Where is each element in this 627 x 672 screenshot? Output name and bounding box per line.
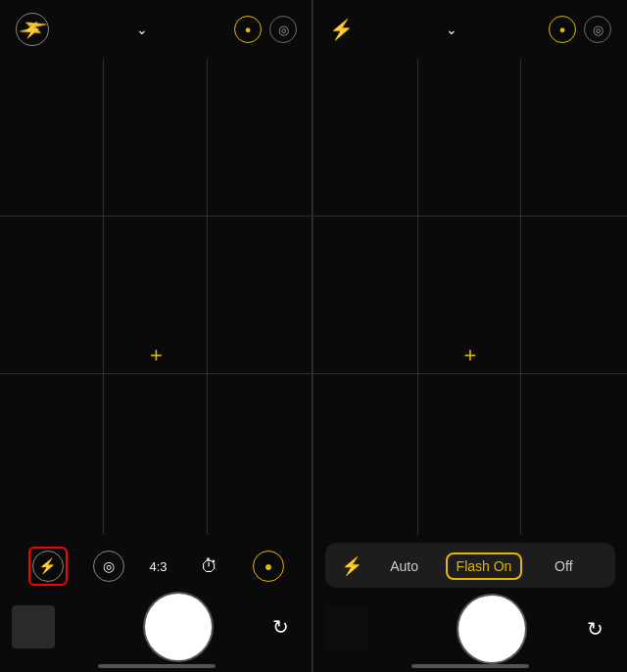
grid-v1 — [103, 59, 104, 535]
right-panel: ⚡ ⌄ ● ◎ + ⚡ Auto Flash On Off — [314, 0, 627, 672]
crosshair-right: + — [464, 343, 477, 368]
flash-control-icon[interactable]: ⚡ × — [32, 551, 64, 582]
flash-off-option[interactable]: Off — [528, 554, 600, 578]
live-photo-symbol-left: ● — [245, 24, 252, 35]
left-panel: ⚡ ⚡ ⌄ ● ◎ + ⚡ × — [0, 0, 314, 672]
top-bar-right-left: ● ◎ — [234, 16, 297, 43]
live-photo-icon-right[interactable]: ● — [549, 16, 576, 43]
grid-h2 — [0, 373, 313, 374]
flash-on-option[interactable]: Flash On — [446, 552, 521, 580]
capture-row-left: ↻ — [0, 594, 313, 672]
flash-bolt-icon: ⚡ × — [38, 557, 57, 575]
camera-mode-icon-right[interactable]: ◎ — [584, 16, 611, 43]
flash-auto-option[interactable]: Auto — [368, 554, 440, 578]
chevron-down-icon-right: ⌄ — [446, 22, 458, 37]
camera-mode-icon-left[interactable]: ◎ — [269, 16, 297, 43]
live-photo-control-symbol: ◎ — [103, 558, 115, 574]
timer-icon[interactable]: ⏱ — [192, 549, 227, 584]
effects-icon[interactable]: ● — [253, 551, 284, 582]
effects-symbol: ● — [265, 558, 272, 574]
flash-off-button-wrapper[interactable]: ⚡ ⚡ — [16, 13, 49, 46]
flip-camera-icon-right[interactable]: ↻ — [587, 617, 603, 641]
live-photo-symbol-right: ● — [559, 24, 566, 35]
shutter-button-right[interactable] — [458, 596, 525, 662]
flash-options-bar: ⚡ Auto Flash On Off — [325, 543, 615, 588]
flash-off-button[interactable]: ⚡ ⚡ — [16, 13, 49, 46]
top-bar-chevron-left[interactable]: ⌄ — [136, 22, 148, 37]
camera-mode-symbol-left: ◎ — [278, 23, 289, 37]
timer-symbol: ⏱ — [201, 556, 218, 577]
aspect-ratio-label[interactable]: 4:3 — [149, 559, 167, 574]
grid-h1 — [0, 216, 313, 216]
top-bar-right: ⚡ ⌄ ● ◎ — [314, 0, 627, 59]
flip-camera-icon[interactable]: ↻ — [272, 615, 289, 639]
controls-row-left: ⚡ × ◎ 4:3 ⏱ ● — [0, 535, 313, 594]
grid-h1-r — [314, 216, 627, 216]
bottom-controls-right: ⚡ Auto Flash On Off ↻ — [314, 535, 627, 672]
live-photo-icon-left[interactable]: ● — [234, 16, 262, 43]
grid-h2-r — [314, 373, 627, 374]
camera-mode-symbol-right: ◎ — [593, 23, 603, 37]
shutter-button-left[interactable] — [145, 594, 212, 660]
crosshair-left: + — [150, 343, 163, 368]
flash-bolt-icon-bar: ⚡ — [341, 555, 362, 577]
flash-icon-highlighted[interactable]: ⚡ × — [28, 547, 68, 586]
top-bar-right-right: ● ◎ — [549, 16, 611, 43]
thumbnail-right[interactable] — [325, 607, 368, 650]
top-bar-left: ⚡ ⚡ ⌄ ● ◎ — [0, 0, 313, 59]
grid-v2 — [207, 59, 208, 535]
live-photo-control-icon[interactable]: ◎ — [93, 551, 124, 582]
grid-left — [0, 59, 313, 535]
flash-on-icon-top[interactable]: ⚡ — [329, 18, 354, 41]
grid-v1-r — [417, 59, 418, 535]
grid-v2-r — [520, 59, 521, 535]
chevron-down-icon-left: ⌄ — [136, 22, 148, 37]
grid-right — [314, 59, 627, 535]
bottom-controls-left: ⚡ × ◎ 4:3 ⏱ ● ↻ — [0, 535, 313, 672]
top-bar-chevron-right[interactable]: ⌄ — [446, 22, 458, 37]
flash-x-overlay: ⚡ — [16, 12, 50, 46]
capture-row-right: ↻ — [314, 596, 627, 672]
thumbnail-left[interactable] — [12, 605, 55, 648]
